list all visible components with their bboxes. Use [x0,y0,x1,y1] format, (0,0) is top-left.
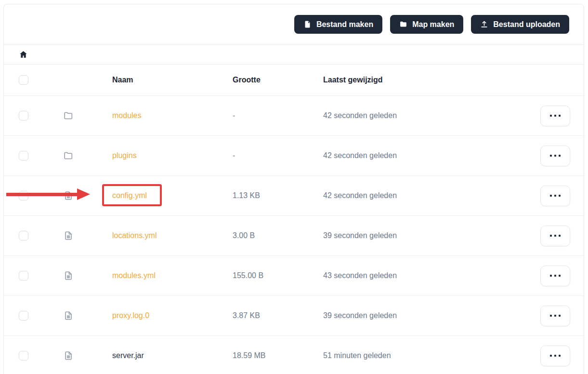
column-header-name: Naam [112,76,233,84]
file-name-link[interactable]: server.jar [112,351,233,360]
ellipsis-icon [550,115,552,117]
row-actions-button[interactable] [540,146,570,166]
ellipsis-icon [550,315,552,317]
file-icon [63,230,74,241]
folder-icon [399,20,407,28]
row-checkbox[interactable] [19,311,28,321]
file-modified: 42 seconden geleden [323,191,540,200]
file-size: 3.00 B [233,231,323,240]
file-name-link[interactable]: plugins [112,151,233,160]
file-name-link[interactable]: locations.yml [112,231,233,240]
file-name-link[interactable]: modules.yml [112,271,233,280]
file-icon [63,270,74,281]
folder-icon [63,150,74,161]
create-file-button[interactable]: Bestand maken [294,15,382,34]
row-checkbox[interactable] [19,151,28,160]
table-row: modules.yml 155.00 B 43 seconden geleden [4,255,584,295]
file-icon [63,190,74,201]
row-checkbox[interactable] [19,231,28,240]
file-name-link[interactable]: proxy.log.0 [112,311,233,320]
ellipsis-icon [550,195,552,197]
column-header-size: Grootte [233,76,323,84]
file-size: 155.00 B [233,271,323,280]
file-modified: 42 seconden geleden [323,151,540,160]
row-actions-button[interactable] [540,346,570,366]
file-icon [303,20,312,28]
upload-file-button[interactable]: Bestand uploaden [471,15,569,34]
file-size: 18.59 MB [233,351,323,360]
table-row: config.yml 1.13 KB 42 seconden geleden [4,175,584,215]
row-checkbox[interactable] [19,351,28,361]
select-all-checkbox[interactable] [19,75,28,85]
create-folder-button[interactable]: Map maken [390,15,463,34]
toolbar: Bestand maken Map maken Bestand uploaden [4,4,584,45]
column-header-modified: Laatst gewijzigd [323,76,570,84]
file-list: modules - 42 seconden geleden [4,95,584,374]
file-size: - [233,111,323,120]
breadcrumb [4,45,584,65]
table-row: modules - 42 seconden geleden [4,95,584,135]
create-folder-label: Map maken [412,20,454,29]
ellipsis-icon [550,275,552,277]
row-actions-button[interactable] [540,106,570,126]
row-actions-button[interactable] [540,306,570,326]
upload-icon [480,20,488,28]
table-row: proxy.log.0 3.87 KB 39 seconden geleden [4,295,584,335]
ellipsis-icon [550,355,552,357]
folder-icon [63,110,74,121]
file-manager-card: Bestand maken Map maken Bestand uploaden [3,4,584,374]
file-size: 3.87 KB [233,311,323,320]
create-file-label: Bestand maken [316,20,373,29]
upload-file-label: Bestand uploaden [493,20,560,29]
file-size: - [233,151,323,160]
file-icon [63,350,74,361]
ellipsis-icon [550,235,552,237]
file-modified: 39 seconden geleden [323,311,540,320]
row-actions-button[interactable] [540,226,570,246]
ellipsis-icon [550,155,552,157]
row-actions-button[interactable] [540,186,570,206]
file-modified: 39 seconden geleden [323,231,540,240]
file-name-link[interactable]: modules [112,111,233,120]
table-row: plugins - 42 seconden geleden [4,135,584,175]
file-icon [63,310,74,321]
row-checkbox[interactable] [19,191,28,200]
file-modified: 43 seconden geleden [323,271,540,280]
row-checkbox[interactable] [19,271,28,280]
table-row: server.jar 18.59 MB 51 minuten geleden [4,335,584,374]
home-icon[interactable] [19,50,28,59]
table-header: Naam Grootte Laatst gewijzigd [4,65,584,95]
row-actions-button[interactable] [540,266,570,286]
file-modified: 42 seconden geleden [323,111,540,120]
table-row: locations.yml 3.00 B 39 seconden geleden [4,215,584,255]
row-checkbox[interactable] [19,111,28,120]
file-modified: 51 minuten geleden [323,351,540,360]
file-size: 1.13 KB [233,191,323,200]
file-name-link[interactable]: config.yml [112,191,233,200]
